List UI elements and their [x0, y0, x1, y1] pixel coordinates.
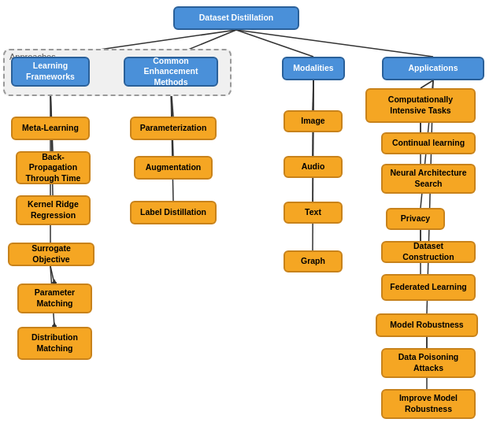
- common-enhancement-node: Common Enhancement Methods: [124, 57, 218, 87]
- federated-learning-node: Federated Learning: [381, 274, 476, 301]
- kernel-ridge-node: Kernel Ridge Regression: [16, 195, 91, 225]
- privacy-node: Privacy: [386, 208, 445, 230]
- comp-intensive-node: Computationally Intensive Tasks: [365, 88, 476, 123]
- svg-line-14: [171, 87, 173, 201]
- svg-line-2: [236, 30, 313, 57]
- dist-matching-node: Distribution Matching: [17, 327, 92, 360]
- dataset-construction-node: Dataset Construction: [381, 241, 476, 263]
- param-matching-node: Parameter Matching: [17, 284, 92, 313]
- model-robustness-node: Model Robustness: [376, 313, 478, 337]
- continual-learning-node: Continual learning: [381, 132, 476, 154]
- learning-frameworks-node: Learning Frameworks: [11, 57, 90, 87]
- neural-arch-node: Neural Architecture Search: [381, 164, 476, 194]
- data-poisoning-node: Data Poisoning Attacks: [381, 348, 476, 378]
- modalities-node: Modalities: [282, 57, 345, 80]
- meta-learning-node: Meta-Learning: [11, 117, 90, 140]
- svg-line-15: [313, 80, 313, 110]
- surrogate-node: Surrogate Objective: [8, 243, 94, 266]
- svg-line-3: [236, 30, 433, 57]
- label-distillation-node: Label Distillation: [130, 201, 217, 224]
- svg-line-8: [50, 266, 54, 284]
- image-node: Image: [284, 110, 343, 132]
- text-node: Text: [284, 202, 343, 224]
- applications-node: Applications: [382, 57, 484, 80]
- augmentation-node: Augmentation: [134, 156, 213, 180]
- graph-node: Graph: [284, 250, 343, 272]
- parameterization-node: Parameterization: [130, 117, 217, 140]
- improve-model-node: Improve Model Robustness: [381, 389, 476, 419]
- back-prop-node: Back-Propagation Through Time: [16, 151, 91, 184]
- dataset-distillation-node: Dataset Distillation: [173, 6, 299, 30]
- svg-line-17: [313, 80, 313, 202]
- svg-line-19: [421, 80, 433, 88]
- audio-node: Audio: [284, 156, 343, 178]
